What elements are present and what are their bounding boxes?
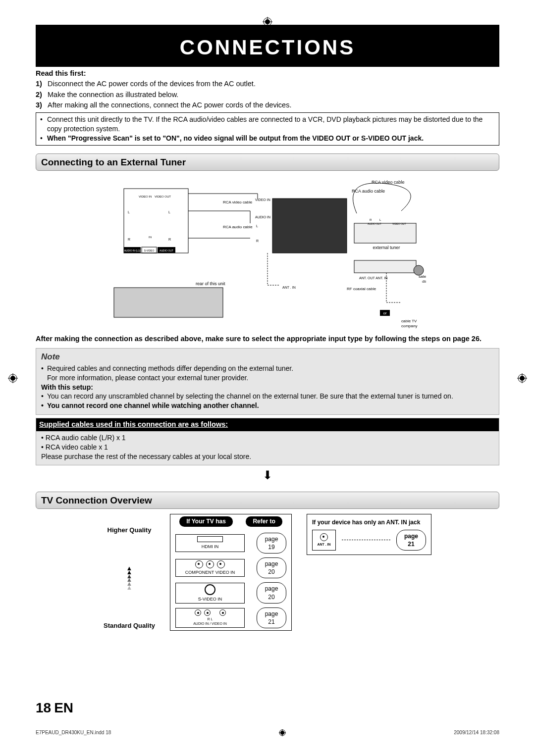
head-if-tv-has: If Your TV has [179, 516, 233, 526]
supplied-panel: Supplied cables used in this connection … [36, 418, 499, 465]
svg-rect-14 [272, 199, 347, 253]
svg-rect-13 [124, 189, 188, 253]
svg-point-52 [414, 265, 424, 275]
svg-text:VIDEO OUT: VIDEO OUT [155, 195, 171, 198]
overview-row-svideo: S-VIDEO IN page 20 [170, 580, 291, 605]
svg-text:RCA video cable: RCA video cable [223, 200, 253, 204]
step-3-text: After making all the connections, connec… [48, 101, 291, 110]
overview-row-hdmi: HDMI IN page 19 [170, 531, 291, 555]
ant-in-jack-icon [320, 533, 328, 541]
svideo-icon [205, 584, 215, 595]
page-footer: 18 EN [36, 699, 499, 717]
ant-in-page-ref: page 21 [396, 530, 426, 551]
svg-text:R: R [168, 238, 171, 241]
after-diagram-note: After making the connection as described… [36, 334, 499, 344]
page-number: 18 [36, 699, 51, 717]
caution-line-2: When "Progressive Scan" is set to "ON", … [47, 134, 424, 143]
head-refer-to: Refer to [246, 516, 282, 526]
registration-mark-right [517, 373, 527, 383]
quality-arrows: ▲▲▲▲▲▲ [126, 566, 133, 590]
caution-box: •Connect this unit directly to the TV. I… [36, 112, 499, 146]
overview-row-rca: R L AUDIO IN / VIDEO IN page 21 [170, 605, 291, 630]
print-center-mark [111, 729, 454, 736]
svg-text:L: L [379, 218, 381, 221]
svg-text:ANT . IN: ANT . IN [282, 286, 296, 289]
page-title-block: CONNECTIONS [36, 25, 499, 67]
page-language: EN [54, 699, 73, 717]
step-2-text: Make the connection as illustrated below… [48, 90, 178, 100]
print-file: E7PEAUD_DR430KU_EN.indd 18 [36, 729, 111, 736]
rca-jacks-icon [195, 609, 226, 616]
svideo-page-ref: page 20 [257, 582, 286, 603]
svg-rect-12 [114, 288, 223, 317]
svg-text:S-VIDEO: S-VIDEO [144, 249, 155, 252]
svg-text:L: L [128, 210, 130, 214]
svg-text:R: R [256, 239, 259, 243]
component-page-ref: page 20 [257, 557, 286, 578]
svg-text:L: L [168, 210, 170, 214]
read-first-section: Read this first: 1)Disconnect the AC pow… [36, 69, 499, 146]
svg-text:or: or [383, 311, 386, 315]
quality-scale: Higher Quality ▲▲▲▲▲▲ Standard Quality [104, 514, 155, 630]
svg-text:AUDIO IN: AUDIO IN [255, 215, 270, 219]
ant-in-text: If your device has only an ANT. IN jack [312, 518, 426, 526]
note-heading: Note [41, 352, 494, 363]
svg-text:VIDEO OUT: VIDEO OUT [392, 222, 406, 225]
supplied-item-2: RCA video cable x 1 [46, 443, 108, 451]
svg-text:R: R [370, 218, 372, 221]
rca-label: AUDIO IN / VIDEO IN [193, 621, 227, 626]
hdmi-label: HDMI IN [202, 544, 219, 550]
svg-rect-15 [354, 223, 416, 243]
step-2: 2)Make the connection as illustrated bel… [36, 90, 499, 100]
note-line-3: You can record any unscrambled channel b… [47, 392, 453, 401]
diagram-label-rear: rear of this unit [196, 281, 225, 286]
note-line-2: For more information, please contact you… [41, 373, 494, 383]
hdmi-page-ref: page 19 [257, 533, 286, 554]
svideo-label: S-VIDEO IN [198, 596, 222, 602]
standard-quality-label: Standard Quality [104, 621, 155, 630]
svg-text:dish: dish [422, 279, 426, 284]
step-1: 1)Disconnect the AC power cords of the d… [36, 79, 499, 89]
svg-text:company: company [401, 324, 417, 328]
supplied-item-1: RCA audio cable (L/R) x 1 [46, 434, 126, 442]
read-first-heading: Read this first: [36, 69, 499, 79]
svg-text:AUDIO OUT: AUDIO OUT [160, 249, 173, 252]
with-setup-heading: With this setup: [41, 383, 494, 392]
svg-text:ANT. OUT  ANT. IN: ANT. OUT ANT. IN [359, 276, 387, 280]
page: CONNECTIONS Read this first: 1)Disconnec… [0, 0, 535, 756]
rca-cell: R L AUDIO IN / VIDEO IN [175, 608, 245, 628]
svg-text:L: L [256, 224, 258, 228]
svg-text:RF coaxial cable: RF coaxial cable [347, 287, 376, 291]
rca-sublabel: R L [208, 617, 213, 621]
page-title: CONNECTIONS [36, 34, 499, 62]
svg-text:IN: IN [149, 236, 152, 239]
steps-list: 1)Disconnect the AC power cords of the d… [36, 79, 499, 110]
svg-text:AUDIO IN (L1): AUDIO IN (L1) [124, 249, 141, 252]
supplied-rest: Please purchase the rest of the necessar… [41, 452, 494, 461]
section-external-tuner: Connecting to an External Tuner [36, 153, 499, 171]
svg-text:external tuner: external tuner [373, 245, 400, 250]
connection-diagram: rear of this unit external tuner RCA vid… [109, 174, 426, 332]
connection-table: If Your TV has Refer to HDMI IN page 19 … [170, 514, 292, 631]
svg-text:VIDEO IN: VIDEO IN [139, 195, 152, 198]
down-arrow-icon: ⬇ [36, 467, 499, 483]
component-jacks-icon [195, 560, 225, 568]
section-tv-overview: TV Connection Overview [36, 492, 499, 509]
svg-text:cable TV: cable TV [401, 319, 417, 323]
svideo-cell: S-VIDEO IN [175, 583, 245, 604]
print-metadata: E7PEAUD_DR430KU_EN.indd 18 2009/12/14 18… [36, 729, 499, 736]
svg-text:RCA audio cable: RCA audio cable [352, 189, 385, 194]
rca-page-ref: page 21 [257, 607, 286, 628]
step-1-text: Disconnect the AC power cords of the dev… [48, 79, 256, 89]
hdmi-cell: HDMI IN [175, 534, 245, 552]
note-panel: Note •Required cables and connecting met… [36, 348, 499, 415]
supplied-heading: Supplied cables used in this connection … [36, 418, 499, 431]
ant-in-label: ANT . IN [317, 542, 330, 547]
svg-rect-16 [354, 260, 416, 273]
component-label: COMPONENT VIDEO IN [185, 569, 235, 575]
step-3: 3)After making all the connections, conn… [36, 101, 499, 110]
svg-text:AUDIO OUT: AUDIO OUT [368, 222, 381, 225]
svg-text:R: R [128, 238, 130, 241]
component-cell: COMPONENT VIDEO IN [175, 559, 245, 577]
registration-mark-left [8, 373, 18, 383]
